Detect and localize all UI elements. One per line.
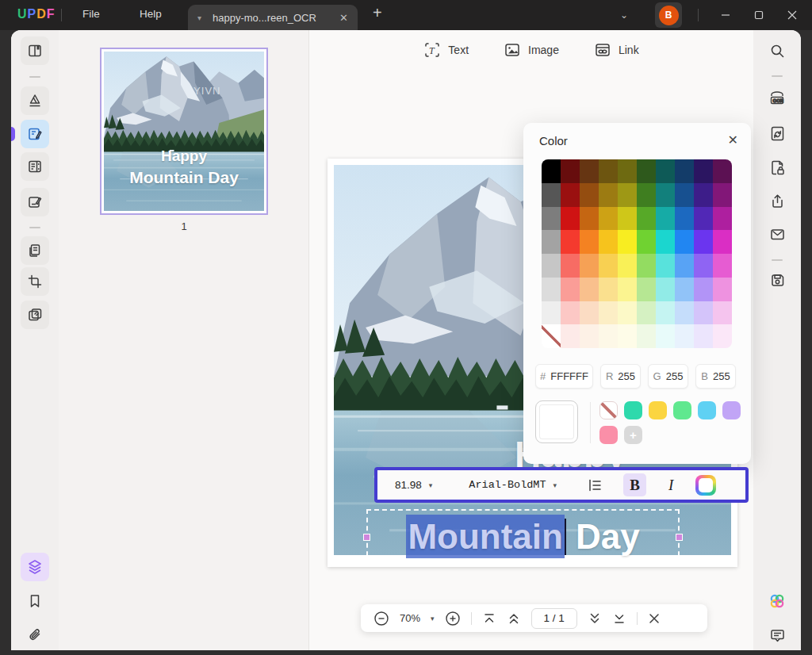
sidebar-item-save[interactable] [763, 266, 791, 294]
sidebar-item-protect[interactable] [763, 153, 791, 182]
color-cell[interactable] [580, 254, 599, 278]
color-cell[interactable] [713, 278, 732, 301]
color-cell[interactable] [637, 278, 656, 301]
color-cell[interactable] [599, 207, 618, 231]
color-cell[interactable] [561, 278, 580, 301]
color-cell[interactable] [675, 183, 694, 207]
line-spacing-button[interactable] [587, 477, 603, 493]
add-preset-button[interactable]: + [624, 426, 642, 444]
color-cell[interactable] [580, 324, 599, 348]
color-cell-transparent[interactable] [542, 324, 561, 348]
color-cell[interactable] [694, 183, 713, 207]
hex-input[interactable]: # FFFFFF [535, 364, 593, 389]
zoom-in-icon[interactable] [445, 611, 461, 626]
font-size-chevron-down-icon[interactable]: ▾ [429, 481, 433, 489]
color-cell[interactable] [656, 301, 675, 325]
color-cell[interactable] [713, 301, 732, 325]
color-cell[interactable] [561, 301, 580, 325]
color-cell[interactable] [580, 278, 599, 301]
color-cell[interactable] [542, 230, 561, 254]
color-cell[interactable] [618, 159, 637, 183]
document-tab[interactable]: ▾ happy-mo...reen_OCR ✕ [188, 5, 358, 30]
color-cell[interactable] [694, 207, 713, 231]
color-cell[interactable] [694, 254, 713, 278]
new-tab-button[interactable]: + [373, 4, 382, 22]
color-cell[interactable] [618, 254, 637, 278]
color-cell[interactable] [561, 159, 580, 183]
sidebar-item-reader[interactable] [21, 36, 49, 65]
link-tool-button[interactable]: Link [594, 41, 639, 59]
selection-handle-right[interactable] [676, 534, 683, 541]
color-cell[interactable] [694, 278, 713, 301]
zoom-chevron-down-icon[interactable]: ▾ [431, 615, 435, 622]
color-cell[interactable] [599, 324, 618, 348]
color-cell[interactable] [713, 183, 732, 207]
first-page-icon[interactable] [482, 611, 496, 626]
color-cell[interactable] [694, 159, 713, 183]
color-cell[interactable] [580, 230, 599, 254]
blue-input[interactable]: B 255 [695, 364, 736, 389]
color-cell[interactable] [618, 278, 637, 301]
preset-color[interactable] [673, 401, 691, 419]
sidebar-item-attachment[interactable] [21, 621, 49, 649]
image-tool-button[interactable]: Image [504, 41, 559, 59]
color-cell[interactable] [561, 183, 580, 207]
color-cell[interactable] [561, 230, 580, 254]
preset-color[interactable] [649, 401, 667, 419]
text-tool-button[interactable]: T Text [423, 41, 469, 59]
sidebar-item-ai-assistant[interactable] [763, 587, 791, 615]
color-cell[interactable] [694, 324, 713, 348]
color-cell[interactable] [580, 159, 599, 183]
tab-chevron-down-icon[interactable]: ▾ [197, 13, 201, 22]
menu-help[interactable]: Help [140, 8, 162, 20]
color-cell[interactable] [599, 183, 618, 207]
sidebar-item-email[interactable] [763, 220, 791, 248]
color-cell[interactable] [675, 207, 694, 231]
font-name-value[interactable]: Arial-BoldMT [469, 479, 546, 491]
menu-file[interactable]: File [82, 8, 100, 20]
color-cell[interactable] [713, 230, 732, 254]
italic-button[interactable]: I [662, 477, 680, 494]
bold-button[interactable]: B [623, 473, 646, 496]
color-cell[interactable] [580, 301, 599, 325]
color-cell[interactable] [561, 207, 580, 231]
font-size-value[interactable]: 81.98 [395, 479, 422, 491]
color-cell[interactable] [675, 254, 694, 278]
color-cell[interactable] [656, 324, 675, 348]
preset-transparent[interactable] [599, 401, 618, 419]
color-cell[interactable] [694, 301, 713, 325]
preset-color[interactable] [722, 401, 741, 419]
color-cell[interactable] [542, 159, 561, 183]
color-cell[interactable] [580, 207, 599, 231]
color-cell[interactable] [675, 324, 694, 348]
text-edit-box[interactable]: MountainDay [366, 509, 680, 565]
color-cell[interactable] [637, 207, 656, 231]
sidebar-item-ocr[interactable]: OCR [763, 84, 791, 113]
preset-color[interactable] [624, 401, 642, 419]
color-cell[interactable] [637, 301, 656, 325]
color-cell[interactable] [599, 301, 618, 325]
color-cell[interactable] [542, 254, 561, 278]
page-indicator-input[interactable]: 1 / 1 [531, 608, 577, 629]
page-text-mountain-day[interactable]: MountainDay [406, 517, 639, 557]
color-cell[interactable] [599, 254, 618, 278]
account-button[interactable]: B [655, 2, 682, 28]
minimize-button[interactable] [714, 6, 737, 24]
color-cell[interactable] [561, 324, 580, 348]
color-cell[interactable] [599, 159, 618, 183]
color-cell[interactable] [694, 230, 713, 254]
sidebar-item-convert[interactable] [763, 119, 791, 147]
color-cell[interactable] [561, 254, 580, 278]
color-cell[interactable] [656, 207, 675, 231]
color-cell[interactable] [542, 207, 561, 231]
sidebar-item-edit[interactable] [21, 120, 49, 148]
sidebar-item-share[interactable] [763, 186, 791, 215]
color-cell[interactable] [656, 159, 675, 183]
sidebar-item-page-copy[interactable] [21, 236, 49, 265]
close-button[interactable] [780, 6, 804, 24]
color-cell[interactable] [542, 183, 561, 207]
color-cell[interactable] [713, 207, 732, 231]
color-cell[interactable] [656, 278, 675, 301]
color-cell[interactable] [656, 183, 675, 207]
color-cell[interactable] [637, 230, 656, 254]
